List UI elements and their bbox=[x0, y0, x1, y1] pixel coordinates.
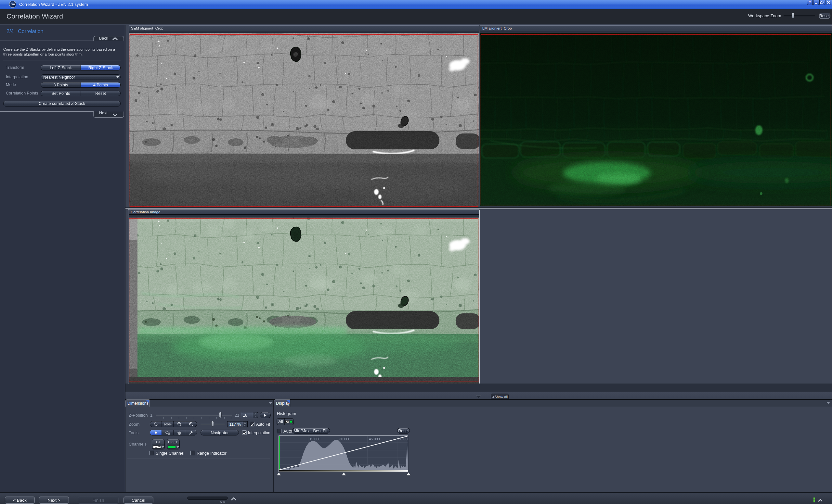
svg-text:30.000: 30.000 bbox=[339, 437, 350, 441]
svg-text:45.000: 45.000 bbox=[369, 437, 380, 441]
svg-text:?: ? bbox=[809, 0, 811, 4]
svg-text:15.000: 15.000 bbox=[309, 437, 320, 441]
svg-text:60.000: 60.000 bbox=[398, 437, 408, 441]
